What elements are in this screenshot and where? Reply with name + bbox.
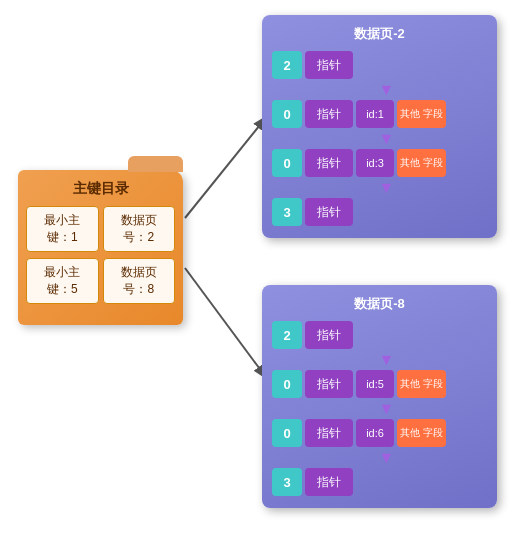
- dp-top-arrow-0: ▼: [272, 81, 487, 99]
- dp-bot-id-1: id:5: [356, 370, 394, 398]
- min-key-1: 最小主键：1: [26, 206, 99, 252]
- data-page-2: 数据页号：8: [103, 258, 176, 304]
- data-page-bottom: 数据页-8 2 指针 ▼ 0 指针 id:5 其他 字段 ▼ 0 指针 id:6…: [262, 285, 497, 508]
- dp-bot-ptr-0: 指针: [305, 321, 353, 349]
- dp-bot-row-0: 2 指针: [272, 321, 487, 349]
- dp-top-num-1: 0: [272, 100, 302, 128]
- dp-top-other-1: 其他 字段: [397, 100, 446, 128]
- dp-bot-num-1: 0: [272, 370, 302, 398]
- folder-row-1: 最小主键：1 数据页号：2: [26, 206, 175, 252]
- svg-line-1: [185, 115, 268, 218]
- dp-bot-row-2: 0 指针 id:6 其他 字段: [272, 419, 487, 447]
- dp-bot-other-2: 其他 字段: [397, 419, 446, 447]
- pk-folder: 主键目录 最小主键：1 数据页号：2 最小主键：5 数据页号：8: [18, 170, 183, 325]
- dp-bot-arrow-1: ▼: [272, 400, 487, 418]
- dp-top-num-0: 2: [272, 51, 302, 79]
- dp-bot-num-0: 2: [272, 321, 302, 349]
- dp-top-row-2: 0 指针 id:3 其他 字段: [272, 149, 487, 177]
- dp-bot-row-3: 3 指针: [272, 468, 487, 496]
- dp-bot-num-3: 3: [272, 468, 302, 496]
- dp-bot-other-1: 其他 字段: [397, 370, 446, 398]
- svg-line-2: [185, 268, 268, 380]
- dp-top-other-2: 其他 字段: [397, 149, 446, 177]
- data-page-top-title: 数据页-2: [272, 25, 487, 43]
- dp-top-arrow-1: ▼: [272, 130, 487, 148]
- dp-top-id-1: id:1: [356, 100, 394, 128]
- folder-row-2: 最小主键：5 数据页号：8: [26, 258, 175, 304]
- dp-top-arrow-2: ▼: [272, 179, 487, 197]
- dp-bot-ptr-1: 指针: [305, 370, 353, 398]
- dp-top-row-1: 0 指针 id:1 其他 字段: [272, 100, 487, 128]
- dp-top-num-2: 0: [272, 149, 302, 177]
- data-page-1: 数据页号：2: [103, 206, 176, 252]
- dp-top-ptr-0: 指针: [305, 51, 353, 79]
- main-container: 主键目录 最小主键：1 数据页号：2 最小主键：5 数据页号：8 数据页-2 2…: [0, 0, 512, 536]
- dp-top-num-3: 3: [272, 198, 302, 226]
- data-page-top: 数据页-2 2 指针 ▼ 0 指针 id:1 其他 字段 ▼ 0 指针 id:3…: [262, 15, 497, 238]
- dp-bot-arrow-0: ▼: [272, 351, 487, 369]
- dp-top-ptr-2: 指针: [305, 149, 353, 177]
- dp-bot-ptr-2: 指针: [305, 419, 353, 447]
- dp-top-id-2: id:3: [356, 149, 394, 177]
- folder-title: 主键目录: [73, 180, 129, 198]
- dp-top-row-3: 3 指针: [272, 198, 487, 226]
- dp-bot-arrow-2: ▼: [272, 449, 487, 467]
- dp-top-row-0: 2 指针: [272, 51, 487, 79]
- dp-top-ptr-1: 指针: [305, 100, 353, 128]
- dp-bot-num-2: 0: [272, 419, 302, 447]
- min-key-2: 最小主键：5: [26, 258, 99, 304]
- dp-bot-ptr-3: 指针: [305, 468, 353, 496]
- dp-top-ptr-3: 指针: [305, 198, 353, 226]
- dp-bot-id-2: id:6: [356, 419, 394, 447]
- data-page-bottom-title: 数据页-8: [272, 295, 487, 313]
- dp-bot-row-1: 0 指针 id:5 其他 字段: [272, 370, 487, 398]
